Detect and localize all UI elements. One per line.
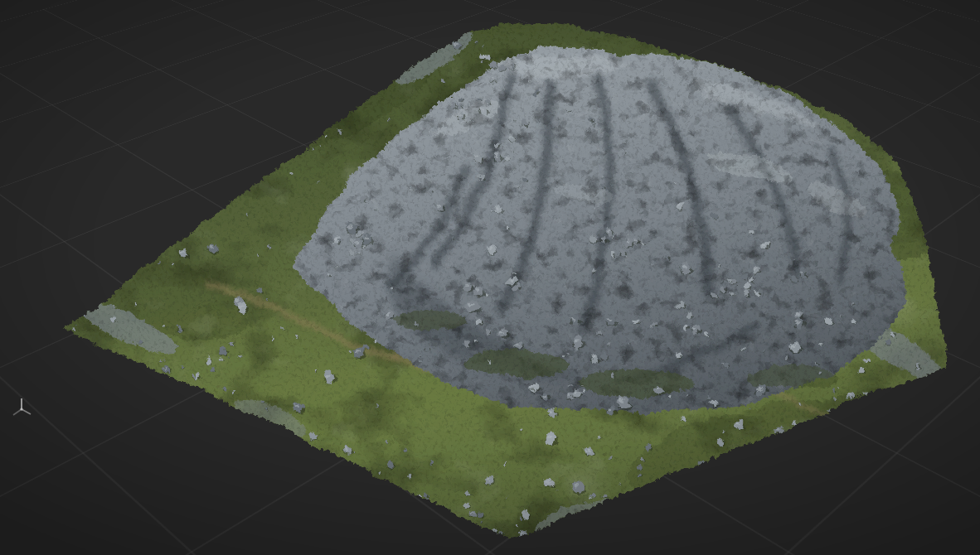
axis-gizmo-icon (13, 398, 31, 415)
terrain-mesh[interactable] (33, 4, 953, 547)
viewport-canvas[interactable] (0, 0, 980, 555)
terrain-grain (33, 4, 953, 547)
scene-svg (0, 0, 980, 555)
